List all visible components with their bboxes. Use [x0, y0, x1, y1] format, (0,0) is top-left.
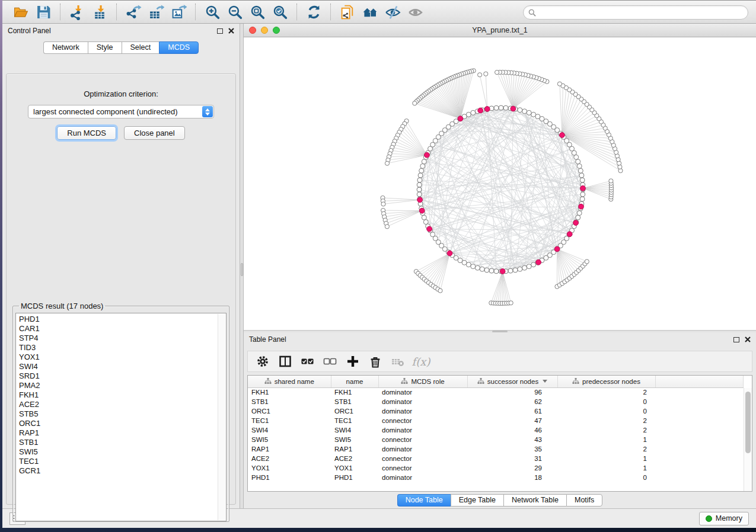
graph-hub-node-selected[interactable]	[580, 185, 586, 191]
graph-hub-node-selected[interactable]	[554, 246, 560, 252]
table-cell[interactable]: STB1	[331, 397, 378, 406]
graph-node[interactable]	[422, 215, 426, 220]
tab-edge-table[interactable]: Edge Table	[451, 494, 503, 507]
graph-node[interactable]	[577, 211, 582, 216]
mcds-result-item[interactable]: SRD1	[19, 371, 226, 381]
graph-hub-node-selected[interactable]	[511, 106, 516, 111]
tab-node-table[interactable]: Node Table	[397, 494, 451, 507]
table-cell[interactable]: 47	[467, 416, 557, 425]
graph-hub-node-selected[interactable]	[484, 107, 490, 112]
table-cell[interactable]: 2	[557, 444, 655, 454]
table-cell[interactable]: SWI5	[248, 435, 331, 444]
graph-node[interactable]	[579, 173, 584, 178]
table-cell[interactable]: 1	[557, 454, 655, 463]
export-table-button[interactable]	[145, 2, 167, 21]
table-cell[interactable]: 31	[467, 454, 557, 463]
table-scrollbar-thumb[interactable]	[745, 392, 751, 453]
mcds-result-item[interactable]: TEC1	[19, 457, 226, 466]
table-cell[interactable]: connector	[378, 416, 467, 425]
mcds-result-item[interactable]: TID3	[19, 343, 226, 352]
graph-leaf-node[interactable]	[484, 72, 488, 76]
graph-hub-node-selected[interactable]	[427, 226, 432, 232]
graph-node[interactable]	[471, 264, 476, 269]
tab-motifs[interactable]: Motifs	[566, 494, 602, 507]
graph-node[interactable]	[518, 267, 522, 271]
criterion-dropdown[interactable]: largest connected component (undirected)	[28, 105, 214, 118]
table-cell[interactable]: 18	[467, 473, 557, 482]
graph-hub-node-selected[interactable]	[536, 259, 541, 265]
tab-style[interactable]: Style	[88, 41, 122, 54]
table-cell[interactable]: 0	[557, 397, 655, 406]
graph-node[interactable]	[422, 159, 426, 164]
mcds-result-item[interactable]: CAR1	[19, 324, 226, 334]
splitter-grip[interactable]	[492, 331, 508, 332]
mcds-result-item[interactable]: PMA2	[19, 381, 226, 390]
graph-node[interactable]	[471, 110, 476, 115]
mcds-result-item[interactable]: SWI4	[19, 362, 226, 371]
table-cell[interactable]: TEC1	[248, 416, 331, 425]
graph-node[interactable]	[466, 262, 471, 267]
graph-node[interactable]	[527, 110, 531, 115]
horizontal-splitter[interactable]	[244, 330, 756, 332]
mcds-list-scrollbar[interactable]	[218, 314, 225, 520]
graph-node[interactable]	[527, 264, 531, 269]
table-cell[interactable]: 2	[557, 425, 655, 435]
table-cell[interactable]: dominator	[378, 397, 467, 406]
zoom-fit-button[interactable]	[246, 2, 269, 21]
graph-node[interactable]	[494, 269, 499, 274]
graph-node[interactable]	[420, 164, 425, 168]
mcds-result-item[interactable]: PHD1	[19, 315, 226, 324]
table-cell[interactable]: STB1	[248, 397, 331, 406]
table-cell[interactable]: dominator	[378, 406, 467, 416]
network-graph[interactable]	[244, 37, 756, 330]
zoom-selected-button[interactable]	[269, 2, 291, 21]
new-network-from-selection-button[interactable]	[336, 2, 359, 21]
table-cell[interactable]: FKH1	[331, 387, 378, 397]
table-cell[interactable]: PHD1	[331, 473, 378, 482]
table-cell[interactable]: SWI5	[331, 435, 378, 444]
hide-selected-button[interactable]	[381, 2, 404, 21]
table-cell[interactable]: ACE2	[331, 454, 378, 463]
table-cell[interactable]: 0	[557, 473, 655, 482]
search-input[interactable]	[539, 8, 743, 17]
graph-node[interactable]	[418, 173, 423, 178]
column-header-name[interactable]: name	[331, 376, 378, 387]
mcds-result-item[interactable]: RAP1	[19, 428, 226, 438]
graph-hub-node-selected[interactable]	[500, 269, 505, 274]
graph-hub-node-selected[interactable]	[419, 208, 425, 213]
table-settings-button[interactable]	[253, 352, 273, 370]
graph-node[interactable]	[417, 178, 422, 182]
graph-leaf-node[interactable]	[478, 73, 482, 77]
graph-hub-node-selected[interactable]	[425, 152, 430, 158]
tab-select[interactable]: Select	[122, 41, 160, 54]
graph-hub-node-selected[interactable]	[417, 197, 423, 203]
import-network-button[interactable]	[66, 2, 88, 21]
table-cell[interactable]: TEC1	[331, 416, 378, 425]
zoom-out-button[interactable]	[224, 2, 246, 21]
run-mcds-button[interactable]: Run MCDS	[57, 126, 116, 140]
table-cell[interactable]: 2	[557, 387, 655, 397]
table-cell[interactable]: connector	[378, 463, 467, 473]
network-window-titlebar[interactable]: YPA_prune.txt_1	[244, 24, 756, 37]
open-file-button[interactable]	[9, 2, 32, 21]
table-cell[interactable]: 62	[467, 397, 557, 406]
graph-node[interactable]	[580, 192, 585, 197]
delete-table-button[interactable]	[388, 352, 408, 370]
table-row[interactable]: PHD1PHD1dominator180	[248, 473, 744, 482]
table-cell[interactable]: 96	[467, 387, 557, 397]
save-session-button[interactable]	[32, 2, 55, 21]
graph-hub-node-selected[interactable]	[458, 116, 463, 121]
export-network-button[interactable]	[122, 2, 145, 21]
graph-node[interactable]	[576, 159, 580, 164]
tab-network[interactable]: Network	[43, 41, 88, 54]
splitter-grip[interactable]	[241, 263, 243, 276]
table-cell[interactable]: FKH1	[248, 387, 331, 397]
table-cell[interactable]: dominator	[378, 444, 467, 454]
table-cell[interactable]: RAP1	[248, 444, 331, 454]
table-cell[interactable]: 35	[467, 444, 557, 454]
graph-node[interactable]	[489, 268, 494, 273]
graph-node[interactable]	[503, 105, 508, 110]
table-cell[interactable]: ACE2	[248, 454, 331, 463]
refresh-button[interactable]	[302, 2, 325, 21]
deselect-all-button[interactable]	[320, 352, 340, 370]
